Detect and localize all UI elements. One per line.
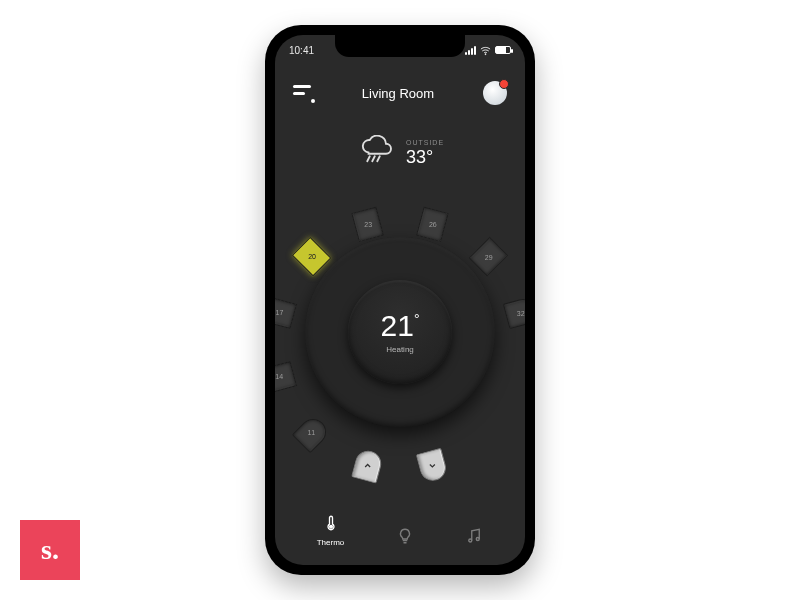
svg-line-1 <box>367 156 370 161</box>
status-indicators <box>465 45 511 56</box>
phone-screen: 10:41 Living Room <box>275 35 525 565</box>
lightbulb-icon <box>396 527 414 547</box>
thermostat-status: Heating <box>386 345 414 354</box>
svg-line-3 <box>377 156 380 161</box>
current-temp: 21° <box>381 309 420 343</box>
brand-badge: s. <box>20 520 80 580</box>
dial-tick-17: 17 <box>275 309 283 316</box>
outside-temp: 33° <box>406 148 444 166</box>
outside-weather: OUTSIDE 33° <box>275 135 525 169</box>
dial-tick-32: 32 <box>517 309 525 316</box>
dial-tick-23: 23 <box>364 221 372 228</box>
status-time: 10:41 <box>289 45 314 56</box>
brand-text: s. <box>41 534 59 566</box>
tab-music[interactable] <box>465 527 483 547</box>
outside-label: OUTSIDE <box>406 139 444 146</box>
tab-thermo-label: Thermo <box>317 538 345 547</box>
tab-light[interactable] <box>396 527 414 547</box>
app-header: Living Room <box>275 73 525 113</box>
cellular-signal-icon <box>465 46 476 55</box>
dial-tick-11: 11 <box>308 430 316 437</box>
battery-icon <box>495 46 511 54</box>
dial-tick-26: 26 <box>428 221 436 228</box>
svg-line-2 <box>372 156 375 161</box>
thermostat-dial[interactable]: 11 14 17 20 23 26 29 32 <box>305 237 495 427</box>
profile-avatar[interactable] <box>483 81 507 105</box>
menu-button[interactable] <box>293 83 313 103</box>
thermometer-icon <box>322 514 340 534</box>
wifi-icon <box>480 45 491 56</box>
svg-point-0 <box>485 53 486 54</box>
dial-center: 21° Heating <box>348 280 452 384</box>
weather-rain-icon <box>356 135 396 169</box>
temp-down-button[interactable] <box>416 448 449 484</box>
svg-point-5 <box>469 539 472 542</box>
tab-thermo[interactable]: Thermo <box>317 514 345 547</box>
dial-tick-20: 20 <box>308 253 316 260</box>
svg-point-6 <box>476 538 479 541</box>
phone-device-frame: 10:41 Living Room <box>265 25 535 575</box>
page-title: Living Room <box>362 86 434 101</box>
svg-point-4 <box>329 525 332 528</box>
phone-notch <box>335 35 465 57</box>
dial-tick-14: 14 <box>275 374 283 381</box>
temp-up-button[interactable] <box>351 448 384 484</box>
bottom-tabbar: Thermo <box>275 514 525 547</box>
music-note-icon <box>465 527 483 547</box>
dial-tick-29: 29 <box>484 253 492 260</box>
